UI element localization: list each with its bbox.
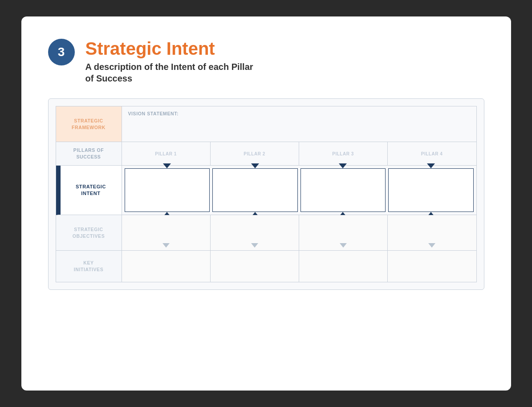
pillar-4-header: PILLAR 4 [388,142,476,165]
arrow-top-2 [251,163,259,168]
step-badge: 3 [48,39,75,65]
init-cell-3 [299,251,388,282]
framework-table: STRATEGIC FRAMEWORK VISION STATEMENT: PI… [56,106,477,282]
obj-cell-3 [299,215,388,250]
init-cell-4 [388,251,476,282]
key-initiatives-row: KEY INITIATIVES [56,251,476,282]
obj-cell-2 [211,215,299,250]
slide-container: 3 Strategic Intent A description of the … [21,16,511,391]
init-cell-2 [211,251,299,282]
intent-box-3 [301,168,386,212]
strategic-framework-label: STRATEGIC FRAMEWORK [56,106,122,142]
arrow-obj-2 [251,243,258,248]
arrow-top-1 [163,163,171,168]
subtitle: A description of the Intent of each Pill… [85,61,253,84]
intent-box-2 [212,168,298,212]
strategic-intent-row: STRATEGIC INTENT [56,166,476,215]
init-cell-1 [122,251,211,282]
pillar-3-header: PILLAR 3 [299,142,388,165]
intent-box-4 [388,168,474,212]
pillars-row: PILLARS OF SUCCESS PILLAR 1 PILLAR 2 PIL… [56,142,476,166]
obj-cell-4 [388,215,476,250]
strategic-objectives-row: STRATEGIC OBJECTIVES [56,215,476,251]
pillar-1-header: PILLAR 1 [122,142,211,165]
pillars-inner: PILLAR 1 PILLAR 2 PILLAR 3 PILLAR 4 [122,142,476,165]
framework-container: STRATEGIC FRAMEWORK VISION STATEMENT: PI… [48,98,484,290]
arrow-obj-3 [340,243,347,248]
pillars-content: PILLAR 1 PILLAR 2 PILLAR 3 PILLAR 4 [122,142,476,165]
strategic-objectives-content [122,215,476,250]
strategic-intent-content [122,166,476,215]
header-text: Strategic Intent A description of the In… [85,39,253,84]
objectives-inner [122,215,476,250]
strategic-intent-label: STRATEGIC INTENT [58,166,122,215]
strategic-framework-content: VISION STATEMENT: [122,106,476,142]
arrow-obj-1 [162,243,170,248]
main-title: Strategic Intent [85,39,253,58]
arrow-top-3 [339,163,347,168]
arrow-top-4 [427,163,435,168]
pillars-label: PILLARS OF SUCCESS [56,142,122,165]
strategic-objectives-label: STRATEGIC OBJECTIVES [56,215,122,250]
vision-statement-area: VISION STATEMENT: [122,106,476,138]
header-section: 3 Strategic Intent A description of the … [48,39,484,84]
intent-boxes [122,166,476,215]
pillar-2-header: PILLAR 2 [211,142,299,165]
intent-box-1 [125,168,210,212]
key-initiatives-content [122,251,476,282]
step-number: 3 [58,45,65,59]
arrow-obj-4 [428,243,435,248]
initiatives-inner [122,251,476,282]
strategic-framework-row: STRATEGIC FRAMEWORK VISION STATEMENT: [56,106,476,142]
key-initiatives-label: KEY INITIATIVES [56,251,122,282]
obj-cell-1 [122,215,211,250]
